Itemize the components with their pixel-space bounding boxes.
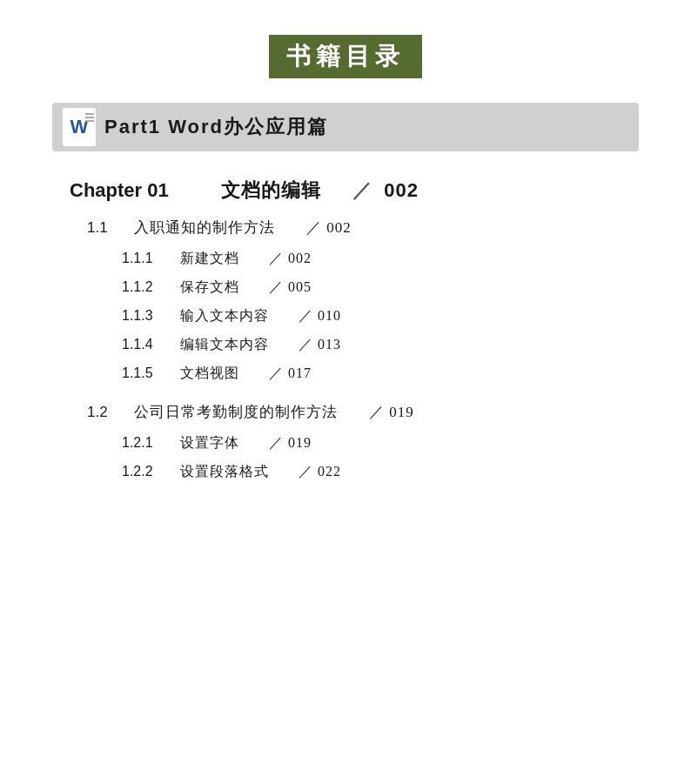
- section-1-1-2-num: 1.1.2: [122, 279, 165, 295]
- section-1-2: 1.2 公司日常考勤制度的制作方法 ／ 019: [70, 402, 621, 422]
- toc-content: Chapter 01 文档的编辑 ／ 002 1.1 入职通知的制作方法 ／ 0…: [52, 178, 639, 481]
- section-1-1-4: 1.1.4 编辑文本内容 ／ 013: [70, 336, 621, 354]
- section-1-2-1: 1.2.1 设置字体 ／ 019: [70, 434, 621, 452]
- section-1-1-1-title: 新建文档 ／ 002: [165, 250, 621, 268]
- section-1-1-1: 1.1.1 新建文档 ／ 002: [70, 250, 621, 268]
- title-area: 书籍目录: [52, 35, 639, 78]
- section-1-1-4-title: 编辑文本内容 ／ 013: [165, 336, 621, 354]
- section-1-1-3: 1.1.3 输入文本内容 ／ 010: [70, 307, 621, 325]
- section-1-2-num: 1.2: [87, 404, 118, 421]
- chapter-main-title: 文档的编辑: [221, 179, 321, 201]
- section-1-1-2: 1.1.2 保存文档 ／ 005: [70, 278, 621, 297]
- section-1-1-5-num: 1.1.5: [122, 365, 165, 381]
- chapter-num: Chapter 01: [70, 179, 169, 201]
- section-1-1-5: 1.1.5 文档视图 ／ 017: [70, 365, 621, 383]
- section-1-2-1-num: 1.2.1: [122, 435, 165, 451]
- chapter-title: Chapter 01 文档的编辑 ／ 002: [70, 178, 621, 204]
- section-1-2-title: 公司日常考勤制度的制作方法 ／ 019: [118, 402, 621, 422]
- chapter-separator: ／: [332, 179, 372, 201]
- section-1-2-1-title: 设置字体 ／ 019: [165, 434, 621, 452]
- word-icon: W: [63, 108, 96, 146]
- part-header: W Part1 Word办公应用篇: [52, 103, 639, 151]
- section-1-1-2-title: 保存文档 ／ 005: [165, 278, 621, 297]
- part-label: Part1 Word办公应用篇: [104, 114, 328, 140]
- chapter-title-text: [175, 179, 215, 201]
- section-1-1-title: 入职通知的制作方法 ／ 002: [118, 218, 621, 238]
- section-1-1-num: 1.1: [87, 219, 118, 237]
- section-1-1-5-title: 文档视图 ／ 017: [165, 365, 621, 383]
- section-1-1-3-title: 输入文本内容 ／ 010: [165, 307, 621, 325]
- section-1-1-1-num: 1.1.1: [122, 251, 165, 266]
- chapter-page: 002: [384, 179, 419, 201]
- section-1-2-2: 1.2.2 设置段落格式 ／ 022: [70, 463, 621, 481]
- page-container: 书籍目录 W Part1 Word办公应用篇 Chapter 01 文档的编辑 …: [0, 0, 691, 784]
- section-1-1: 1.1 入职通知的制作方法 ／ 002: [70, 218, 621, 238]
- section-1-2-2-title: 设置段落格式 ／ 022: [165, 463, 621, 481]
- section-1-1-4-num: 1.1.4: [122, 337, 165, 352]
- section-1-2-2-num: 1.2.2: [122, 464, 165, 479]
- word-icon-decoration: [85, 113, 94, 122]
- chapter-entry: Chapter 01 文档的编辑 ／ 002 1.1 入职通知的制作方法 ／ 0…: [70, 178, 621, 481]
- page-title: 书籍目录: [269, 35, 422, 78]
- section-1-1-3-num: 1.1.3: [122, 308, 165, 324]
